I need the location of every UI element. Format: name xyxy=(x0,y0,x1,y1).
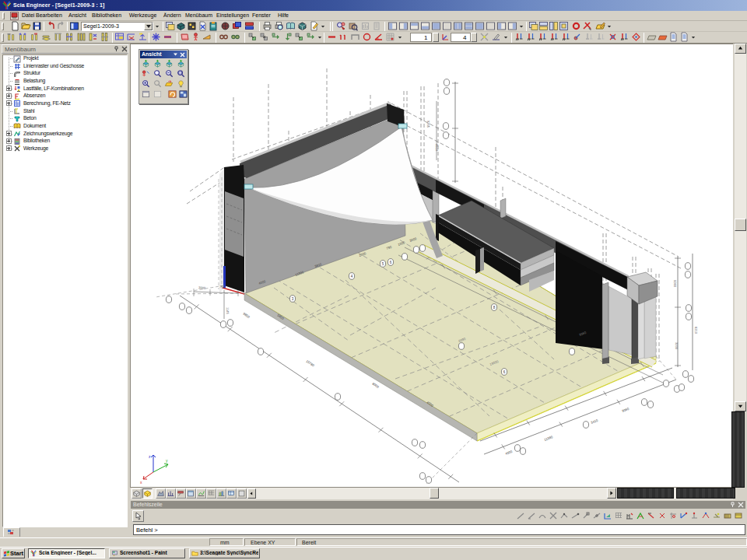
svg-text:11380: 11380 xyxy=(544,435,554,442)
svg-text:8000: 8000 xyxy=(371,382,380,390)
svg-text:6080: 6080 xyxy=(673,280,677,288)
svg-text:3000: 3000 xyxy=(198,285,206,290)
svg-text:9060: 9060 xyxy=(622,407,630,413)
svg-text:9265: 9265 xyxy=(426,121,430,128)
svg-text:15780: 15780 xyxy=(305,359,315,368)
svg-text:1145: 1145 xyxy=(226,307,230,314)
svg-text:3410: 3410 xyxy=(591,418,599,425)
svg-text:750: 750 xyxy=(219,285,226,289)
svg-text:z: z xyxy=(149,454,151,459)
svg-text:8210: 8210 xyxy=(694,327,698,334)
svg-text:9850: 9850 xyxy=(242,312,251,320)
svg-text:y: y xyxy=(166,458,168,463)
svg-text:4000: 4000 xyxy=(505,450,514,456)
svg-text:3230: 3230 xyxy=(675,342,679,350)
svg-text:x: x xyxy=(140,480,142,485)
svg-text:6510: 6510 xyxy=(435,144,439,152)
